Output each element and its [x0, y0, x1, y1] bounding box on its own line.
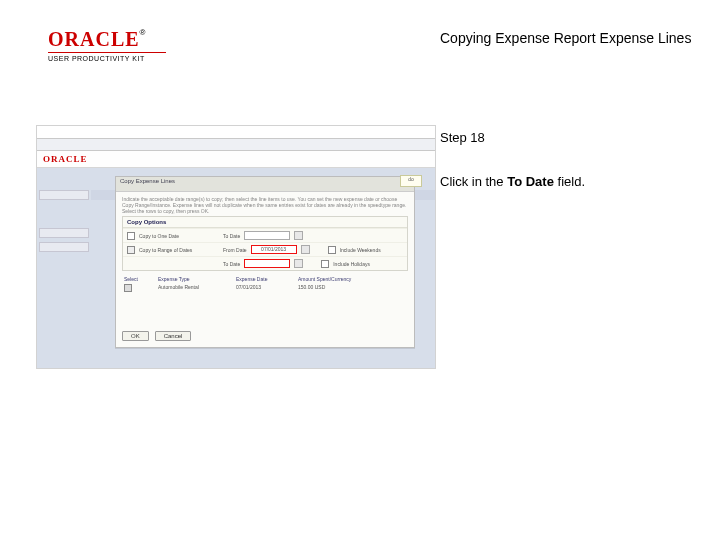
copy-options-section: Copy Options Copy to One Date To Date Co… — [122, 216, 408, 271]
to-date-label-2: To Date — [223, 261, 240, 267]
one-date-label: Copy to One Date — [139, 233, 219, 239]
from-date-input[interactable]: 07/01/2013 — [251, 245, 297, 254]
section-heading: Copy Options — [123, 217, 407, 228]
step-label: Step 18 — [440, 130, 700, 145]
dialog-buttons: OK Cancel — [122, 331, 191, 341]
copy-expense-dialog: do Copy Expense Lines Indicate the accep… — [115, 176, 415, 348]
browser-titlebar — [37, 126, 435, 139]
brand-subtitle: USER PRODUCTIVITY KIT — [48, 55, 166, 62]
to-date-label-1: To Date — [223, 233, 240, 239]
dialog-title: Copy Expense Lines — [116, 177, 414, 192]
brand-rule — [48, 52, 166, 53]
dialog-description: Indicate the acceptable date range(s) to… — [116, 192, 414, 216]
calendar-icon[interactable] — [294, 259, 303, 268]
col-select: Select — [124, 276, 150, 282]
rail-stub — [39, 228, 89, 238]
row-type: Automobile Rental — [158, 284, 228, 293]
page-title: Copying Expense Report Expense Lines — [440, 30, 691, 46]
from-date-label: From Date — [223, 247, 247, 253]
col-type: Expense Type — [158, 276, 228, 282]
app-screenshot: ORACLE My Oracle Login | VSPAPPS V.SPDLA… — [36, 125, 436, 369]
left-rail — [37, 186, 91, 368]
brand-logo: ORACLE® USER PRODUCTIVITY KIT — [48, 28, 166, 62]
to-date-input-single[interactable] — [244, 231, 290, 240]
option-range-row-to: To Date Include Holidays — [123, 256, 407, 270]
instr-bold: To Date — [507, 174, 554, 189]
row-date: 07/01/2013 — [236, 284, 290, 293]
ok-button[interactable]: OK — [122, 331, 149, 341]
browser-tabbar — [37, 139, 435, 151]
calendar-icon[interactable] — [301, 245, 310, 254]
tooltip-bubble: do — [400, 175, 422, 187]
expense-lines-table: Select Expense Type Expense Date Amount … — [122, 275, 408, 294]
row-amount: 150.00 USD — [298, 284, 388, 293]
col-amount: Amount Spent/Currency — [298, 276, 388, 282]
instr-post: field. — [554, 174, 585, 189]
instr-pre: Click in the — [440, 174, 507, 189]
radio-one-date[interactable] — [127, 232, 135, 240]
to-date-input[interactable] — [244, 259, 290, 268]
table-header: Select Expense Type Expense Date Amount … — [122, 275, 408, 283]
include-holidays-label: Include Holidays — [333, 261, 370, 267]
instruction-panel: Step 18 Click in the To Date field. — [440, 130, 700, 191]
step-instruction: Click in the To Date field. — [440, 173, 700, 191]
row-select-checkbox[interactable] — [124, 284, 132, 292]
calendar-icon[interactable] — [294, 231, 303, 240]
app-brand: ORACLE — [43, 154, 88, 164]
include-weekends-label: Include Weekends — [340, 247, 381, 253]
table-row: Automobile Rental 07/01/2013 150.00 USD — [122, 283, 408, 294]
option-range-row-from: Copy to Range of Dates From Date 07/01/2… — [123, 242, 407, 256]
radio-range[interactable] — [127, 246, 135, 254]
range-label: Copy to Range of Dates — [139, 247, 219, 253]
option-one-date-row: Copy to One Date To Date — [123, 228, 407, 242]
include-weekends-checkbox[interactable] — [328, 246, 336, 254]
cancel-button[interactable]: Cancel — [155, 331, 192, 341]
brand-word: ORACLE — [48, 28, 140, 50]
col-date: Expense Date — [236, 276, 290, 282]
brand-tm: ® — [140, 28, 146, 37]
rail-stub — [39, 242, 89, 252]
app-brandbar: ORACLE — [37, 151, 435, 168]
rail-stub — [39, 190, 89, 200]
include-holidays-checkbox[interactable] — [321, 260, 329, 268]
